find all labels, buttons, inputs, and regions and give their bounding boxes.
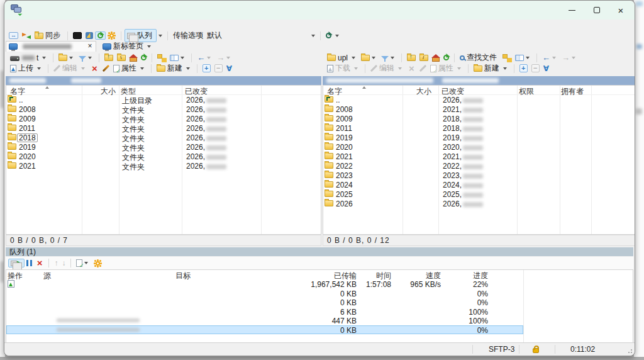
synchronize-browsing-button[interactable] bbox=[20, 31, 33, 40]
select-button[interactable]: + bbox=[201, 64, 213, 73]
refresh-session-dropdown[interactable] bbox=[335, 35, 339, 37]
new-tab-dropdown[interactable] bbox=[147, 45, 151, 48]
queue-row[interactable]: 0 KB 0% bbox=[6, 325, 523, 335]
open-directory-button[interactable] bbox=[359, 54, 379, 62]
rename-button[interactable] bbox=[101, 64, 111, 73]
transfer-preset-combo[interactable]: 默认 bbox=[207, 30, 308, 41]
delete-button[interactable]: × bbox=[89, 64, 101, 73]
close-button[interactable]: × bbox=[608, 1, 633, 20]
menu-item[interactable] bbox=[55, 25, 64, 26]
preferences-button[interactable] bbox=[106, 31, 118, 40]
queue-play-button[interactable]: ▶ bbox=[8, 259, 25, 267]
file-row[interactable]: 2023 2023, bbox=[323, 171, 635, 180]
parent-directory-button[interactable] bbox=[103, 54, 115, 62]
menu-item[interactable] bbox=[72, 25, 81, 26]
queue-pause-button[interactable] bbox=[25, 259, 34, 267]
file-row[interactable]: 2009 文件夹 2026, bbox=[6, 114, 321, 123]
new-button[interactable]: 新建 bbox=[472, 62, 511, 74]
open-terminal-button[interactable] bbox=[71, 31, 84, 40]
file-row[interactable]: 2022 2022, bbox=[323, 161, 635, 171]
maximize-button[interactable] bbox=[584, 1, 609, 20]
menu-item[interactable] bbox=[19, 25, 28, 26]
new-tab-button[interactable]: 新标签页 bbox=[100, 41, 155, 52]
view-style-button[interactable] bbox=[168, 54, 188, 62]
back-button[interactable]: ← bbox=[195, 53, 214, 62]
queue-delete-button[interactable]: × bbox=[34, 259, 46, 267]
transfer-preset-dropdown[interactable] bbox=[311, 35, 315, 37]
queue-row[interactable]: 447 KB 100% bbox=[6, 316, 633, 325]
drive-combo[interactable]: t bbox=[8, 53, 50, 63]
select-all-button[interactable]: ∀ bbox=[541, 64, 551, 74]
filter-button[interactable] bbox=[77, 55, 96, 60]
menu-item[interactable] bbox=[37, 25, 46, 26]
select-button[interactable]: + bbox=[518, 64, 530, 73]
queue-dropdown[interactable] bbox=[158, 35, 162, 37]
unselect-button[interactable]: − bbox=[213, 64, 225, 73]
file-row[interactable]: 2020 2020, bbox=[323, 142, 635, 152]
file-row[interactable]: .. 2026, bbox=[323, 95, 635, 104]
unselect-button[interactable]: − bbox=[530, 64, 541, 73]
menu-item[interactable] bbox=[11, 25, 19, 26]
properties-button[interactable]: ✓属性 bbox=[111, 62, 148, 74]
queue-row[interactable]: 1,967,542 KB 1:57:08 965 KB/s 22% bbox=[6, 279, 633, 289]
root-directory-button[interactable]: \ bbox=[115, 54, 128, 62]
refresh-button[interactable] bbox=[139, 54, 148, 61]
local-path-header[interactable] bbox=[6, 76, 321, 85]
file-row[interactable]: 2026 2026, bbox=[323, 199, 635, 208]
menu-item[interactable] bbox=[46, 25, 55, 26]
file-row[interactable]: 2018 文件夹 2026, bbox=[6, 133, 321, 142]
home-directory-button[interactable] bbox=[128, 53, 139, 62]
forward-button[interactable]: → bbox=[214, 53, 234, 62]
upload-button[interactable]: 上传 bbox=[8, 62, 45, 74]
download-button[interactable]: 下载 bbox=[325, 62, 362, 74]
file-row[interactable]: 2009 2018, bbox=[323, 114, 635, 123]
file-row[interactable]: 2008 文件夹 2026, bbox=[6, 104, 321, 114]
back-button[interactable]: ← bbox=[540, 53, 560, 62]
file-row[interactable]: 2025 2025, bbox=[323, 189, 635, 199]
refresh-button[interactable] bbox=[441, 54, 451, 61]
file-row[interactable]: 2021 2021, bbox=[323, 152, 635, 161]
refresh-session-button[interactable] bbox=[324, 32, 333, 39]
queue-move-down-button[interactable]: ↓ bbox=[60, 258, 67, 268]
properties-button[interactable]: ✓属性 bbox=[428, 62, 465, 74]
file-row[interactable]: 2020 文件夹 2026, bbox=[6, 152, 321, 161]
queue-move-up-button[interactable]: ↑ bbox=[52, 258, 60, 268]
file-row[interactable]: 2024 2024, bbox=[323, 180, 635, 189]
remote-path-header[interactable] bbox=[323, 76, 635, 85]
resize-grip[interactable] bbox=[627, 348, 632, 353]
queue-toggle-button[interactable]: 队列 bbox=[125, 29, 157, 42]
title-bar[interactable]: × bbox=[4, 1, 635, 20]
queue-row[interactable]: 0 KB 0% bbox=[6, 298, 633, 307]
auto-refresh-toggle[interactable] bbox=[95, 31, 106, 40]
console-button[interactable] bbox=[84, 31, 95, 40]
home-directory-button[interactable] bbox=[430, 53, 441, 62]
remote-path-combo[interactable]: upl bbox=[325, 53, 359, 63]
forward-button[interactable]: → bbox=[560, 53, 579, 62]
delete-button[interactable]: × bbox=[406, 64, 418, 73]
tab-close-button[interactable]: × bbox=[85, 42, 95, 51]
tree-view-button[interactable] bbox=[501, 53, 513, 62]
filter-button[interactable] bbox=[379, 55, 398, 60]
file-row[interactable]: 2011 2018, bbox=[323, 123, 635, 133]
synchronize-button[interactable]: 同步 bbox=[33, 30, 64, 42]
queue-preferences-button[interactable] bbox=[92, 259, 104, 268]
queue-report-button[interactable]: ✓ bbox=[74, 259, 92, 267]
edit-button[interactable]: 编辑 bbox=[52, 62, 89, 74]
queue-row[interactable]: 0 KB 0% bbox=[6, 289, 633, 298]
menu-item[interactable] bbox=[28, 25, 37, 26]
file-row[interactable]: 2011 文件夹 2026, bbox=[6, 123, 321, 133]
tree-view-button[interactable] bbox=[155, 53, 168, 62]
rename-button[interactable] bbox=[418, 64, 428, 73]
file-row[interactable]: 2008 2021, bbox=[323, 104, 635, 114]
queue-title-bar[interactable]: 队列 (1) bbox=[6, 247, 633, 256]
new-button[interactable]: 新建 bbox=[155, 62, 194, 74]
minimize-button[interactable] bbox=[559, 1, 584, 20]
file-row[interactable]: .. 上级目录 2026, bbox=[6, 95, 321, 104]
edit-button[interactable]: 编辑 bbox=[369, 62, 406, 74]
parent-directory-button[interactable] bbox=[405, 54, 418, 62]
select-all-button[interactable]: ∀ bbox=[225, 64, 234, 74]
show-hide-panels-button[interactable]: ↔ bbox=[7, 31, 20, 40]
file-row[interactable]: 2021 文件夹 2026, bbox=[6, 161, 321, 171]
view-style-button[interactable] bbox=[513, 54, 533, 62]
file-row[interactable]: 2019 2019, bbox=[323, 133, 635, 142]
